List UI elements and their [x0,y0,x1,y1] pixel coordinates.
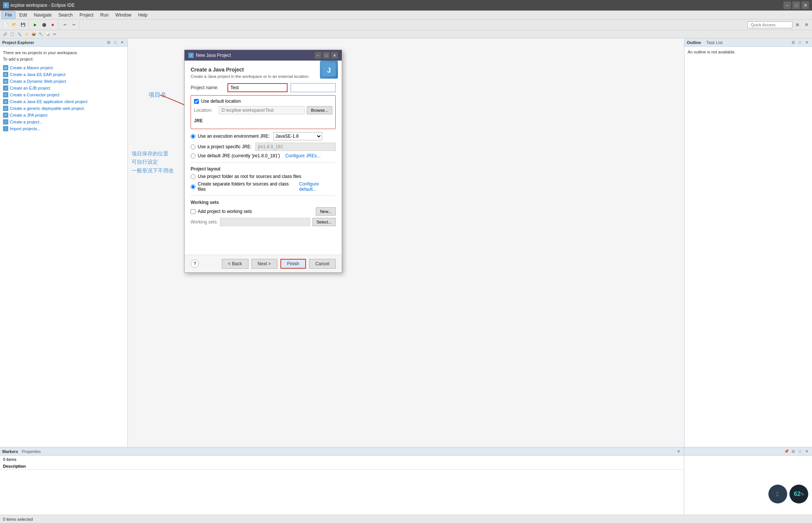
layout-radio-2[interactable] [191,184,195,189]
tb-icon-6[interactable]: 🔧 [37,31,44,38]
toolbar-btn-b[interactable]: ↪ [70,21,78,29]
new-working-set-btn[interactable]: New... [316,207,336,216]
dialog-minimize-btn[interactable]: − [315,52,321,59]
menu-run[interactable]: Run [97,12,112,18]
link-ear-text[interactable]: Create a Java EE EAR project [10,72,65,77]
right-bottom-panel: 📌 ⊟ □ ✕ 0↑ 0↓ 62 % [684,447,812,515]
link-import-text[interactable]: Import projects... [10,126,41,131]
tb-icon-1[interactable]: 🔗 [2,31,8,38]
task-list-tab[interactable]: Task List [704,40,725,45]
menu-search[interactable]: Search [55,12,76,18]
outline-maximize-btn[interactable]: □ [797,40,803,46]
link-appClient-text[interactable]: Create a Java EE application client proj… [10,99,88,104]
separator-2 [191,196,336,196]
new-button[interactable]: 📄 [2,21,10,29]
next-button[interactable]: Next > [251,259,277,269]
jre-radio-3[interactable] [191,154,195,158]
link-create-project-text[interactable]: Create a project... [10,120,42,124]
project-name-input-2[interactable] [291,83,336,92]
stop-button[interactable]: ■ [48,21,57,29]
jre-radio-1[interactable] [191,134,195,139]
markers-controls: ✕ [676,449,682,455]
link-ear[interactable]: E Create a Java EE EAR project [3,72,124,77]
link-jpa-text[interactable]: Create a JPA project [10,113,47,117]
link-connector-text[interactable]: Create a Connector project [10,93,59,97]
rbt-close-btn[interactable]: ✕ [804,449,810,455]
link-jpa[interactable]: P Create a JPA project [3,113,124,118]
tb-icon-3[interactable]: 🔍 [16,31,23,38]
outline-minimize-btn[interactable]: ⊟ [790,40,796,46]
close-button[interactable]: ✕ [801,2,809,9]
panel-maximize-btn[interactable]: □ [112,40,118,46]
markers-close-btn[interactable]: ✕ [676,449,682,455]
layout-radio-1[interactable] [191,174,195,179]
link-connector[interactable]: C Create a Connector project [3,92,124,97]
link-dynamic-web[interactable]: W Create a Dynamic Web project [3,79,124,84]
use-default-location-checkbox[interactable] [194,99,199,104]
link-import[interactable]: ↓ Import projects... [3,126,124,131]
link-create-project[interactable]: + Create a project... [3,119,124,125]
rbt-controls: 📌 ⊟ □ ✕ [783,449,810,455]
menu-edit[interactable]: Edit [16,12,30,18]
rbt-pin-btn[interactable]: 📌 [783,449,789,455]
link-maven[interactable]: M Create a Maven project [3,65,124,70]
tb-icon-8[interactable]: ✏ [52,31,58,38]
menu-project[interactable]: Project [76,12,96,18]
open-button[interactable]: 📂 [10,21,18,29]
tb-icon-5[interactable]: 📦 [30,31,37,38]
layout-option1-label: Use project folder as root for sources a… [198,174,301,179]
link-ejb-text[interactable]: Create an EJB project [10,86,50,90]
menu-file[interactable]: File [2,11,15,19]
run-button[interactable]: ▶ [31,21,39,29]
link-icon-maven: M [3,65,8,70]
working-sets-input[interactable] [220,218,310,226]
finish-button[interactable]: Finish [280,259,306,269]
toolbar-settings-btn[interactable]: ⚙ [802,21,810,29]
dialog-maximize-btn[interactable]: □ [323,52,330,59]
link-generic-web-text[interactable]: Create a generic deployable web project. [10,106,85,111]
link-dynamic-web-text[interactable]: Create a Dynamic Web project [10,79,66,84]
save-button[interactable]: 💾 [19,21,27,29]
panel-minimize-btn[interactable]: ⊟ [106,40,112,46]
minimize-button[interactable]: − [783,2,791,9]
tb-icon-2[interactable]: 📋 [9,31,15,38]
jre-specific-input [255,143,336,151]
browse-button[interactable]: Browse... [307,106,332,114]
location-input[interactable] [219,106,304,114]
tb-icon-7[interactable]: 📊 [44,31,51,38]
menu-navigate[interactable]: Navigate [31,12,55,18]
help-button[interactable]: ? [191,260,199,268]
jre-select[interactable]: JavaSE-1.8 [273,132,322,140]
menu-help[interactable]: Help [135,12,151,18]
app-title: ecplise workspace - Eclipse IDE [11,3,75,8]
tb-icon-4[interactable]: ⚡ [23,31,30,38]
jre-option1-label: Use an execution environment JRE: [198,134,270,139]
link-appClient[interactable]: A Create a Java EE application client pr… [3,99,124,104]
project-name-input[interactable] [227,83,288,92]
link-maven-text[interactable]: Create a Maven project [10,65,53,70]
toolbar-layout-btn[interactable]: ⊞ [793,21,801,29]
add-working-sets-checkbox[interactable] [191,209,195,214]
panel-close-btn[interactable]: ✕ [119,40,125,46]
description-column: Description [3,464,26,468]
jre-option3-row: Use default JRE (currently 'jre1.8.0_181… [191,153,336,158]
rbt-maximize-btn[interactable]: □ [797,449,803,455]
jre-option1-row: Use an execution environment JRE: JavaSE… [191,132,336,140]
configure-default-link[interactable]: Configure default... [299,181,336,192]
debug-button[interactable]: ⬤ [40,21,48,29]
link-generic-web[interactable]: G Create a generic deployable web projec… [3,106,124,111]
dialog-close-btn[interactable]: ✕ [331,52,338,59]
rbt-minimize-btn[interactable]: ⊟ [790,449,796,455]
select-working-set-btn[interactable]: Select... [312,218,336,226]
menu-window[interactable]: Window [112,12,135,18]
link-ejb[interactable]: J Create an EJB project [3,85,124,91]
cancel-button[interactable]: Cancel [309,259,336,269]
jre-radio-2[interactable] [191,144,195,149]
back-button[interactable]: < Back [222,259,248,269]
properties-tab[interactable]: Properties [22,449,41,454]
toolbar-btn-a[interactable]: ↩ [61,21,69,29]
outline-close-btn[interactable]: ✕ [804,40,810,46]
configure-jres-link[interactable]: Configure JREs... [285,153,321,158]
quick-access-input[interactable] [747,21,792,28]
maximize-button[interactable]: □ [792,2,800,9]
